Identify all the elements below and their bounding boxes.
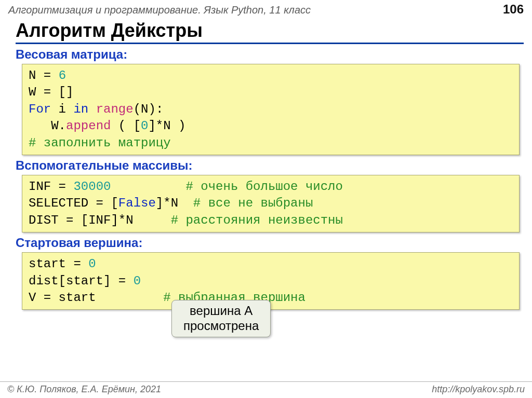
code-text: N xyxy=(29,68,36,83)
code-text xyxy=(111,180,185,194)
code-number: 0 xyxy=(141,119,148,133)
code-text: V xyxy=(29,291,36,305)
callout-line: вершина A xyxy=(183,304,259,319)
code-block-weight-matrix: N = 6 W = [] For i in range(N): W.append… xyxy=(22,64,520,155)
code-text: ]*N xyxy=(156,196,193,210)
code-text: ]*N ) xyxy=(148,119,185,133)
code-text: = xyxy=(36,68,58,83)
code-comment: # заполнить матрицу xyxy=(29,136,171,150)
code-text: start xyxy=(29,257,66,271)
code-number: 0 xyxy=(88,257,96,271)
code-comment: # расстояния неизвестны xyxy=(171,213,343,227)
course-title: Алгоритмизация и программирование. Язык … xyxy=(8,4,311,16)
code-number: 6 xyxy=(59,68,66,83)
callout-vertex-a: вершина A просмотрена xyxy=(171,300,271,337)
code-comment: # все не выбраны xyxy=(193,196,313,210)
code-text: W. xyxy=(29,119,66,133)
code-function: range xyxy=(96,102,134,116)
code-text: ( [ xyxy=(111,119,141,133)
slide-page: Алгоритмизация и программирование. Язык … xyxy=(0,0,532,398)
footer-copyright: © К.Ю. Поляков, Е.А. Ерёмин, 2021 xyxy=(7,384,161,395)
code-text: = [ xyxy=(88,196,118,210)
top-bar: Алгоритмизация и программирование. Язык … xyxy=(4,0,528,18)
page-number: 106 xyxy=(503,2,524,17)
code-text: dist[start] xyxy=(29,274,111,288)
footer-url: http://kpolyakov.spb.ru xyxy=(432,384,525,395)
code-comment: # очень большое число xyxy=(185,180,342,194)
code-constant: False xyxy=(118,196,156,210)
code-function: append xyxy=(66,119,111,133)
footer: © К.Ю. Поляков, Е.А. Ерёмин, 2021 http:/… xyxy=(0,381,532,398)
code-keyword: in xyxy=(73,102,88,116)
code-text: SELECTED xyxy=(29,196,88,210)
page-title: Алгоритм Дейкстры xyxy=(16,20,524,44)
code-text: = start xyxy=(36,291,163,305)
callout-line: просмотрена xyxy=(183,319,259,334)
code-block-start-vertex: start = 0 dist[start] = 0 V = start # вы… xyxy=(22,252,520,310)
code-text xyxy=(88,102,96,116)
code-text: DIST xyxy=(29,213,59,227)
section-heading-start-vertex: Стартовая вершина: xyxy=(16,236,528,250)
code-keyword: For xyxy=(29,102,51,116)
section-heading-weight-matrix: Весовая матрица: xyxy=(16,47,528,62)
code-block-aux-arrays: INF = 30000 # очень большое число SELECT… xyxy=(22,175,520,232)
code-text: = xyxy=(66,257,88,271)
code-text: W = [] xyxy=(29,85,73,99)
code-text: INF = xyxy=(29,180,73,194)
code-text: = [INF]*N xyxy=(59,213,171,227)
code-text: = xyxy=(111,274,133,288)
code-text: (N): xyxy=(134,102,164,116)
section-heading-aux-arrays: Вспомогательные массивы: xyxy=(16,158,528,173)
code-number: 30000 xyxy=(73,180,111,194)
code-number: 0 xyxy=(134,274,141,288)
code-text: i xyxy=(51,102,73,116)
